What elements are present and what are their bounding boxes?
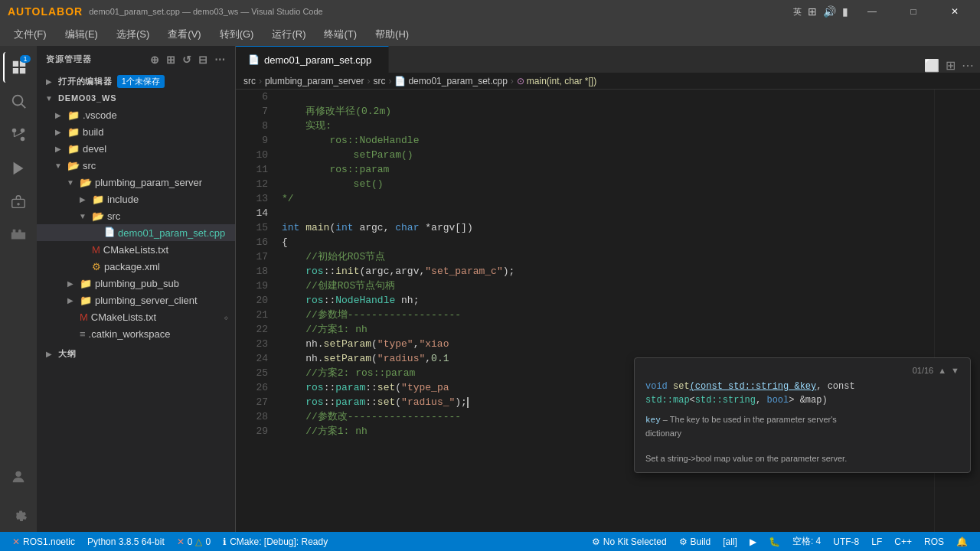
tab-label: demo01_param_set.cpp — [264, 54, 371, 66]
tab-demo01[interactable]: 📄 demo01_param_set.cpp — [236, 46, 389, 73]
outline-arrow: ▶ — [43, 350, 55, 358]
tree-src[interactable]: ▼ 📂 src — [37, 157, 235, 174]
outline-label: 大纲 — [58, 348, 77, 360]
status-ros-badge[interactable]: ROS — [918, 532, 950, 551]
status-debug-btn[interactable]: 🐛 — [763, 532, 786, 551]
bc-src[interactable]: src — [243, 76, 256, 86]
status-kit-label: No Kit Selected — [603, 536, 667, 547]
status-lang[interactable]: C++ — [888, 532, 918, 551]
tree-cmake-root-label: CMakeLists.txt — [91, 311, 156, 323]
minimize-button[interactable]: — — [854, 0, 890, 23]
sig-kw: void — [645, 381, 668, 392]
bc-src2[interactable]: src — [373, 76, 385, 86]
tree-catkin[interactable]: ≡ .catkin_workspace — [37, 325, 235, 342]
tree-plumbing-param-server[interactable]: ▼ 📂 plumbing_param_server — [37, 174, 235, 191]
layout-icon[interactable]: ⊞ — [946, 58, 956, 73]
status-debug-icon: 🐛 — [769, 536, 780, 547]
status-build-label: Build — [691, 536, 711, 547]
tree-cmake1-label: CMakeLists.txt — [103, 244, 168, 256]
workspace-root[interactable]: ▼ DEMO03_WS — [37, 90, 235, 106]
refresh-icon[interactable]: ↺ — [182, 54, 192, 66]
svg-marker-7 — [14, 162, 24, 175]
tree-src-inner[interactable]: ▼ 📂 src — [37, 207, 235, 224]
svg-point-2 — [12, 129, 17, 133]
folder-icon-include: 📁 — [92, 194, 104, 205]
file-icon-demo01: 📄 — [104, 227, 115, 240]
file-icon-cmake-root: M — [80, 311, 88, 323]
intellisense-signature: void set(const std::string &key, const s… — [645, 380, 959, 407]
menu-view[interactable]: 查看(V) — [160, 24, 208, 44]
status-notification[interactable]: 🔔 — [950, 532, 974, 551]
tree-devel[interactable]: ▶ 📁 devel — [37, 140, 235, 157]
menu-run[interactable]: 运行(R) — [264, 24, 313, 44]
tree-cmake-root[interactable]: M CMakeLists.txt ⬦ — [37, 308, 235, 325]
folder-arrow-src-inner: ▼ — [77, 212, 89, 220]
status-run-btn[interactable]: ▶ — [743, 532, 763, 551]
unsaved-badge: 1个未保存 — [117, 75, 165, 88]
status-kit-icon: ⚙ — [592, 536, 600, 547]
bc-file[interactable]: 📄demo01_param_set.cpp — [394, 76, 507, 86]
more-icon[interactable]: ⋯ — [214, 54, 226, 66]
tree-vscode[interactable]: ▶ 📁 .vscode — [37, 106, 235, 123]
menu-help[interactable]: 帮助(H) — [368, 24, 416, 44]
bc-func-icon: ⊙ — [517, 76, 524, 86]
collapse-icon[interactable]: ⊟ — [198, 54, 208, 66]
tree-build[interactable]: ▶ 📁 build — [37, 123, 235, 140]
tree-package-xml[interactable]: ⚙ package.xml — [37, 258, 235, 275]
app-logo: AUTOLABOR — [8, 5, 83, 18]
split-editor-icon[interactable]: ⬜ — [924, 58, 939, 73]
tree-include-label: include — [107, 194, 139, 205]
close-button[interactable]: ✕ — [937, 0, 972, 23]
status-eol[interactable]: LF — [865, 532, 888, 551]
open-editors-section[interactable]: ▶ 打开的编辑器 1个未保存 — [37, 73, 235, 90]
menu-terminal[interactable]: 终端(T) — [316, 24, 364, 44]
workspace-arrow: ▼ — [43, 94, 55, 103]
menu-goto[interactable]: 转到(G) — [212, 24, 262, 44]
code-area[interactable]: 6 7 8 9 10 11 12 13 14 15 16 17 18 19 20… — [236, 90, 980, 532]
new-folder-icon[interactable]: ⊞ — [166, 54, 176, 66]
tree-src-label: src — [83, 160, 96, 171]
status-ros[interactable]: ✕ ROS1.noetic — [6, 532, 81, 551]
activity-profile[interactable] — [3, 461, 34, 492]
more-actions-icon[interactable]: ⋯ — [962, 58, 974, 73]
open-editors-arrow: ▶ — [43, 77, 55, 86]
activity-debug[interactable] — [3, 187, 34, 217]
tree-cmake1[interactable]: M CMakeLists.txt — [37, 241, 235, 258]
status-encoding[interactable]: UTF-8 — [827, 532, 865, 551]
status-errors[interactable]: ✕ 0 △ 0 — [171, 532, 217, 551]
menu-select[interactable]: 选择(S) — [109, 24, 157, 44]
bc-func[interactable]: ⊙main(int, char *[]) — [517, 76, 596, 86]
new-file-icon[interactable]: ⊕ — [150, 54, 160, 66]
tree-server-client[interactable]: ▶ 📁 plumbing_server_client — [37, 292, 235, 308]
activity-settings[interactable] — [3, 501, 34, 532]
status-python[interactable]: Python 3.8.5 64-bit — [81, 532, 171, 551]
outline-section[interactable]: ▶ 大纲 — [37, 345, 235, 362]
svg-point-3 — [21, 137, 25, 142]
sys-battery-icon: ▮ — [842, 5, 848, 18]
status-all[interactable]: [all] — [717, 532, 743, 551]
folder-arrow-build: ▶ — [52, 128, 64, 136]
status-spaces[interactable]: 空格: 4 — [786, 532, 827, 551]
bc-file-icon: 📄 — [394, 76, 406, 86]
status-all-label: [all] — [723, 536, 737, 547]
tree-include[interactable]: ▶ 📁 include — [37, 191, 235, 207]
intellisense-down-icon[interactable]: ▼ — [951, 366, 959, 375]
status-build[interactable]: ⚙ Build — [673, 532, 717, 551]
tree-file-demo01[interactable]: 📄 demo01_param_set.cpp — [37, 224, 235, 241]
menu-edit[interactable]: 编辑(E) — [57, 24, 106, 44]
status-no-kit[interactable]: ⚙ No Kit Selected — [586, 532, 673, 551]
bc-plumbing[interactable]: plumbing_param_server — [265, 76, 364, 86]
status-cmake[interactable]: ℹ CMake: [Debug]: Ready — [217, 532, 334, 551]
intellisense-up-icon[interactable]: ▲ — [938, 366, 946, 375]
activity-search[interactable] — [3, 86, 34, 116]
file-icon-catkin: ≡ — [80, 328, 86, 340]
svg-point-11 — [15, 471, 21, 477]
maximize-button[interactable]: □ — [896, 0, 931, 23]
sig-fn: set — [673, 381, 690, 392]
activity-run[interactable] — [3, 153, 34, 184]
activity-scm[interactable] — [3, 119, 34, 150]
tree-pub-sub[interactable]: ▶ 📁 plumbing_pub_sub — [37, 275, 235, 292]
activity-extensions[interactable] — [3, 220, 34, 251]
activity-explorer[interactable]: 1 — [3, 52, 34, 83]
menu-file[interactable]: 文件(F) — [6, 24, 54, 44]
